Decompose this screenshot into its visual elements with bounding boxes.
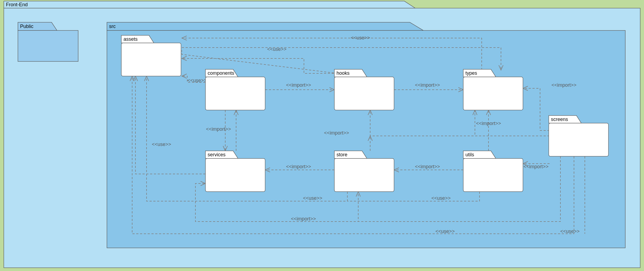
utils-label: utils	[465, 152, 474, 157]
components-body	[205, 77, 265, 110]
diagram-canvas: Front-End Public src <<use>><<use>><<use…	[0, 0, 644, 271]
assets-body	[121, 43, 181, 76]
edge-label-services-use-assets: <<use>>	[152, 142, 171, 147]
edge-label-store-import-services: <<import>>	[286, 164, 311, 169]
edge-label-hooks-import-types: <<import>>	[415, 82, 440, 88]
store-label: store	[337, 152, 347, 157]
edge-label-components-import-hooks: <<import>>	[286, 82, 311, 88]
hooks-label: hooks	[337, 70, 350, 76]
src-label: src	[109, 24, 116, 29]
edge-label-screens-import-utils: <<import>>	[524, 164, 548, 169]
utils-body	[463, 158, 523, 192]
services-body	[205, 158, 265, 192]
edge-label-store-use-assets: <<use>>	[303, 195, 322, 201]
assets-label: assets	[123, 36, 138, 42]
src-body	[107, 30, 625, 248]
edge-label-components-import-services: <<import>>	[206, 126, 231, 132]
edge-label-types-use-assets: <<use>>	[351, 35, 370, 41]
edge-label-utils-import-store: <<import>>	[415, 164, 440, 169]
edge-label-hooks-use-assets: <<use>>	[267, 46, 286, 52]
types-body	[463, 77, 523, 110]
public-label: Public	[20, 24, 33, 29]
screens-label: screens	[551, 117, 568, 122]
store-body	[334, 158, 394, 192]
screens-body	[549, 123, 608, 156]
edge-label-utils-import-types: <<import>>	[476, 121, 501, 126]
edge-label-components-use-assets: <<use>>	[187, 78, 207, 83]
edge-label-screens-import-types: <<import>>	[551, 82, 576, 88]
src-tab	[107, 22, 423, 30]
types-label: types	[465, 70, 477, 76]
components-label: components	[208, 70, 234, 76]
public-body	[18, 30, 78, 61]
edge-label-screens-import-services: <<import>>	[291, 216, 316, 222]
edge-label-utils-use-assets: <<use>>	[431, 195, 451, 201]
edge-label-screens-use-assets: <<use>>	[435, 229, 455, 234]
edge-label-screens-use-utils: <<use>>	[560, 229, 579, 234]
package-src: src	[107, 22, 625, 248]
edge-label-screens-import-hooks: <<import>>	[324, 130, 349, 136]
frontend-label: Front-End	[6, 2, 28, 7]
frontend-tab	[4, 1, 415, 8]
hooks-body	[334, 77, 394, 110]
services-label: services	[208, 152, 226, 157]
